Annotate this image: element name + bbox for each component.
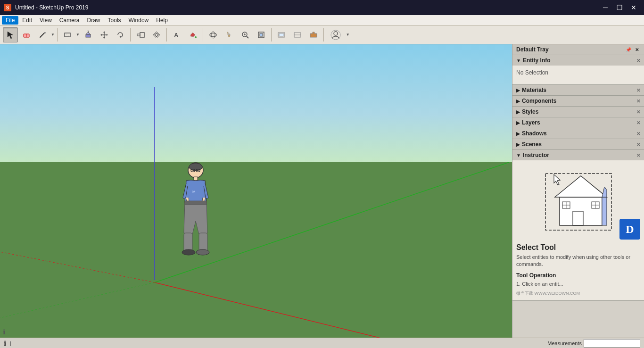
menu-edit[interactable]: Edit — [18, 16, 36, 25]
close-button[interactable]: ✕ — [627, 1, 640, 14]
tray-controls: 📌 ✕ — [625, 46, 640, 53]
svg-rect-51 — [184, 233, 192, 252]
status-info-icon[interactable]: ℹ — [4, 340, 6, 347]
svg-point-37 — [334, 32, 338, 35]
offset-tool-button[interactable] — [149, 27, 164, 42]
tray-close-button[interactable]: ✕ — [634, 46, 640, 53]
svg-point-23 — [195, 36, 197, 38]
statusbar: ℹ | Measurements — [0, 338, 644, 348]
menu-draw[interactable]: Draw — [83, 16, 104, 25]
paint-tool-button[interactable] — [185, 27, 200, 42]
tray-title: Default Tray — [516, 46, 549, 53]
main-area: M ℹ Default Tray 📌 ✕ ▼Entity Info ✕ No S… — [0, 44, 644, 338]
zoom-tool-button[interactable] — [238, 27, 253, 42]
tray-header: Default Tray 📌 ✕ — [512, 44, 644, 55]
title-controls: ─ ❐ ✕ — [599, 1, 640, 14]
svg-text:A: A — [174, 32, 179, 39]
svg-marker-16 — [107, 34, 108, 36]
sky — [0, 44, 512, 162]
right-panel: Default Tray 📌 ✕ ▼Entity Info ✕ No Selec… — [512, 44, 644, 338]
rectangle-dropdown[interactable]: ▼ — [76, 33, 80, 37]
components-close[interactable]: ✕ — [636, 99, 640, 104]
maximize-button[interactable]: ❐ — [613, 1, 626, 14]
title-left: S Untitled - SketchUp Pro 2019 — [4, 4, 88, 11]
rectangle-tool-button[interactable] — [60, 27, 75, 42]
push-pull-tool-button[interactable] — [81, 27, 96, 42]
layers-close[interactable]: ✕ — [636, 120, 640, 125]
text-tool-button[interactable]: A — [169, 27, 184, 42]
instructor-header[interactable]: ▼Instructor ✕ — [512, 150, 644, 160]
pan-tool-button[interactable] — [222, 27, 237, 42]
pencil-tool-button[interactable] — [35, 27, 50, 42]
svg-rect-36 — [310, 33, 317, 37]
materials-section: ▶Materials ✕ — [512, 85, 644, 96]
svg-text:M: M — [192, 190, 196, 194]
styles-header[interactable]: ▶Styles ✕ — [512, 107, 644, 117]
menu-window[interactable]: Window — [125, 16, 153, 25]
entity-info-header[interactable]: ▼Entity Info ✕ — [512, 55, 644, 66]
menu-help[interactable]: Help — [152, 16, 172, 25]
orbit-tool-button[interactable] — [206, 27, 221, 42]
svg-marker-13 — [103, 31, 105, 33]
components-arrow: ▶ — [516, 99, 520, 104]
menu-camera[interactable]: Camera — [56, 16, 83, 25]
components-header[interactable]: ▶Components ✕ — [512, 96, 644, 106]
walk-tool-button[interactable] — [274, 27, 289, 42]
rotate-tool-button[interactable] — [113, 27, 128, 42]
svg-point-54 — [196, 249, 209, 255]
svg-rect-50 — [185, 201, 206, 205]
svg-rect-19 — [140, 33, 144, 37]
pencil-dropdown[interactable]: ▼ — [51, 33, 55, 37]
zoom-extents-button[interactable] — [254, 27, 269, 42]
move-tool-button[interactable] — [97, 27, 112, 42]
entity-info-close[interactable]: ✕ — [636, 58, 640, 63]
materials-close[interactable]: ✕ — [636, 88, 640, 93]
svg-line-6 — [65, 33, 70, 37]
tray-pin-button[interactable]: 📌 — [625, 46, 632, 53]
menu-file[interactable]: File — [2, 16, 18, 25]
scenes-close[interactable]: ✕ — [636, 142, 640, 147]
svg-marker-21 — [155, 33, 158, 37]
viewport[interactable]: M ℹ — [0, 44, 512, 338]
position-camera-button[interactable] — [306, 27, 321, 42]
layers-section: ▶Layers ✕ — [512, 117, 644, 128]
measurements-label: Measurements — [547, 340, 582, 346]
svg-marker-66 — [602, 197, 607, 225]
layers-header[interactable]: ▶Layers ✕ — [512, 117, 644, 128]
menu-tools[interactable]: Tools — [104, 16, 125, 25]
scenes-section: ▶Scenes ✕ — [512, 139, 644, 150]
shadows-header[interactable]: ▶Shadows ✕ — [512, 128, 644, 139]
measurements-input[interactable] — [584, 339, 640, 348]
instructor-tool-title: Select Tool — [516, 243, 640, 252]
svg-marker-58 — [555, 176, 607, 197]
menubar: File Edit View Camera Draw Tools Window … — [0, 15, 644, 25]
select-tool-button[interactable] — [3, 27, 18, 42]
account-dropdown[interactable]: ▼ — [346, 33, 350, 37]
info-icon[interactable]: ℹ — [3, 328, 5, 336]
entity-info-content: No Selection — [512, 66, 644, 84]
d-logo: D — [619, 219, 640, 240]
minimize-button[interactable]: ─ — [599, 1, 612, 14]
instructor-arrow: ▼ — [516, 153, 521, 158]
instructor-operation-title: Tool Operation — [516, 272, 640, 279]
shadows-arrow: ▶ — [516, 131, 520, 136]
entity-info-section: ▼Entity Info ✕ No Selection — [512, 55, 644, 85]
svg-marker-10 — [87, 31, 89, 31]
styles-section: ▶Styles ✕ — [512, 107, 644, 117]
instructor-desc: Select entities to modify when using oth… — [516, 254, 640, 268]
styles-close[interactable]: ✕ — [636, 109, 640, 115]
shadows-label: Shadows — [522, 130, 547, 137]
scenes-label: Scenes — [522, 141, 542, 148]
instructor-illustration — [522, 164, 635, 240]
shadows-close[interactable]: ✕ — [636, 131, 640, 136]
look-around-button[interactable] — [290, 27, 305, 42]
instructor-close[interactable]: ✕ — [636, 153, 640, 158]
materials-header[interactable]: ▶Materials ✕ — [512, 85, 644, 95]
scale-tool-button[interactable] — [133, 27, 148, 42]
scenes-header[interactable]: ▶Scenes ✕ — [512, 139, 644, 149]
separator-6 — [323, 28, 324, 41]
instructor-image: D — [516, 164, 640, 240]
eraser-tool-button[interactable] — [19, 27, 34, 42]
menu-view[interactable]: View — [36, 16, 56, 25]
account-button[interactable] — [326, 27, 345, 42]
